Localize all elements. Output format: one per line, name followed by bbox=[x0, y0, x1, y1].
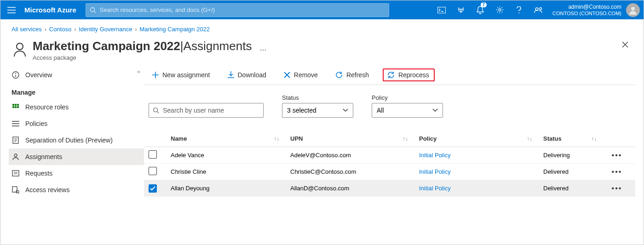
sidebar-access-reviews[interactable]: Access reviews bbox=[9, 182, 144, 198]
page-title: Marketing Campaign 2022 | Assignments bbox=[33, 39, 252, 53]
table-row[interactable]: Adele Vance AdeleV@Contoso.com Initial P… bbox=[144, 147, 635, 164]
row-more-icon[interactable]: ••• bbox=[612, 168, 622, 176]
search-icon bbox=[90, 7, 96, 13]
chevron-right-icon: › bbox=[45, 26, 46, 33]
hamburger-menu[interactable] bbox=[0, 0, 23, 19]
brand-label[interactable]: Microsoft Azure bbox=[23, 6, 86, 14]
toolbar: New assignment Download Remove Refresh R… bbox=[144, 65, 635, 85]
breadcrumb-item[interactable]: All services bbox=[12, 26, 42, 33]
sidebar-heading-manage: Manage bbox=[9, 83, 144, 99]
chevron-down-icon bbox=[343, 108, 348, 112]
refresh-icon bbox=[335, 71, 343, 79]
close-icon[interactable] bbox=[620, 39, 631, 50]
status-filter-label: Status bbox=[282, 94, 353, 101]
download-button[interactable]: Download bbox=[224, 68, 270, 81]
svg-rect-13 bbox=[12, 106, 14, 108]
policy-link[interactable]: Initial Policy bbox=[419, 168, 451, 175]
row-more-icon[interactable]: ••• bbox=[612, 184, 622, 192]
settings-icon[interactable] bbox=[490, 0, 509, 19]
svg-point-17 bbox=[14, 154, 17, 157]
policy-filter-label: Policy bbox=[372, 94, 443, 101]
account-email: admin@Contoso.com bbox=[568, 4, 621, 10]
sort-icon: ↑↓ bbox=[591, 136, 597, 142]
svg-point-9 bbox=[15, 73, 16, 74]
sidebar: « Overview Manage Resource roles Policie… bbox=[0, 65, 144, 245]
svg-rect-14 bbox=[15, 106, 17, 108]
svg-point-21 bbox=[154, 108, 158, 112]
notification-badge: 7 bbox=[481, 2, 487, 7]
sidebar-assignments[interactable]: Assignments bbox=[9, 148, 144, 165]
chevron-right-icon: › bbox=[135, 26, 137, 33]
directories-icon[interactable] bbox=[451, 0, 471, 19]
chevron-right-icon: › bbox=[74, 26, 76, 33]
row-checkbox[interactable] bbox=[149, 167, 157, 175]
breadcrumb: All services › Contoso › Identity Govern… bbox=[0, 19, 644, 33]
review-icon bbox=[12, 186, 20, 194]
col-header-status[interactable]: Status↑↓ bbox=[543, 135, 608, 142]
col-header-policy[interactable]: Policy↑↓ bbox=[419, 135, 543, 142]
title-row: Marketing Campaign 2022 | Assignments Ac… bbox=[0, 33, 644, 65]
global-search[interactable]: Search resources, services, and docs (G+… bbox=[86, 3, 389, 17]
sidebar-resource-roles[interactable]: Resource roles bbox=[9, 99, 144, 115]
feedback-icon[interactable] bbox=[529, 0, 548, 19]
collapse-sidebar-icon[interactable]: « bbox=[137, 68, 140, 75]
requests-icon bbox=[12, 169, 20, 177]
svg-point-3 bbox=[518, 12, 519, 13]
breadcrumb-item[interactable]: Identity Governance bbox=[79, 26, 132, 33]
row-checkbox[interactable] bbox=[149, 184, 157, 193]
download-icon bbox=[228, 71, 234, 79]
sidebar-requests[interactable]: Requests bbox=[9, 165, 144, 182]
access-package-icon bbox=[12, 41, 28, 57]
person-icon bbox=[12, 153, 20, 161]
reprocess-icon bbox=[387, 71, 395, 79]
row-more-icon[interactable]: ••• bbox=[612, 151, 622, 159]
top-header: Microsoft Azure Search resources, servic… bbox=[0, 0, 644, 19]
document-icon bbox=[12, 136, 20, 144]
header-icons: 7 admin@Contoso.com CONTOSO (CONTOSO.COM… bbox=[432, 0, 644, 19]
col-header-upn[interactable]: UPN↑↓ bbox=[290, 135, 419, 142]
svg-rect-1 bbox=[438, 7, 446, 13]
status-filter-dropdown[interactable]: 3 selected bbox=[282, 103, 353, 118]
sort-icon: ↑↓ bbox=[527, 136, 532, 142]
svg-rect-15 bbox=[17, 106, 19, 108]
svg-point-6 bbox=[631, 7, 635, 11]
svg-rect-12 bbox=[17, 104, 19, 106]
policy-link[interactable]: Initial Policy bbox=[419, 152, 451, 159]
table-row[interactable]: Christie Cline ChristieC@Contoso.com Ini… bbox=[144, 164, 635, 180]
assignments-table: Name↑↓ UPN↑↓ Policy↑↓ Status↑↓ Adele Van… bbox=[144, 131, 635, 197]
policy-link[interactable]: Initial Policy bbox=[419, 185, 451, 192]
more-actions-icon[interactable]: ⋯ bbox=[260, 46, 266, 54]
reprocess-button[interactable]: Reprocess bbox=[383, 68, 435, 81]
table-row[interactable]: Allan Deyoung AllanD@Contoso.com Initial… bbox=[144, 180, 635, 197]
list-icon bbox=[12, 120, 20, 128]
search-by-name-input[interactable]: Search by user name bbox=[149, 103, 264, 118]
svg-point-0 bbox=[91, 7, 95, 11]
refresh-button[interactable]: Refresh bbox=[332, 68, 373, 81]
avatar[interactable] bbox=[626, 3, 640, 17]
col-header-name[interactable]: Name↑↓ bbox=[171, 135, 290, 142]
sidebar-separation-of-duties[interactable]: Separation of Duties (Preview) bbox=[9, 132, 144, 148]
search-placeholder: Search resources, services, and docs (G+… bbox=[100, 6, 215, 13]
svg-rect-18 bbox=[12, 171, 19, 176]
sidebar-policies[interactable]: Policies bbox=[9, 115, 144, 132]
remove-button[interactable]: Remove bbox=[280, 68, 322, 81]
breadcrumb-item[interactable]: Contoso bbox=[49, 26, 71, 33]
sidebar-overview[interactable]: Overview bbox=[9, 67, 144, 83]
main-content: New assignment Download Remove Refresh R… bbox=[144, 65, 644, 245]
svg-rect-11 bbox=[15, 104, 17, 106]
account-info[interactable]: admin@Contoso.com CONTOSO (CONTOSO.COM) bbox=[548, 4, 624, 17]
table-header: Name↑↓ UPN↑↓ Policy↑↓ Status↑↓ bbox=[144, 131, 635, 147]
filters-row: Search by user name Status 3 selected Po… bbox=[144, 85, 635, 118]
remove-icon bbox=[284, 72, 290, 78]
grid-icon bbox=[12, 103, 20, 111]
policy-filter-dropdown[interactable]: All bbox=[372, 103, 443, 118]
svg-point-5 bbox=[540, 7, 542, 10]
breadcrumb-item[interactable]: Marketing Campaign 2022 bbox=[140, 26, 210, 33]
page-subtitle: Access package bbox=[33, 54, 252, 61]
help-icon[interactable] bbox=[509, 0, 529, 19]
row-checkbox[interactable] bbox=[149, 150, 157, 159]
new-assignment-button[interactable]: New assignment bbox=[149, 68, 214, 81]
notifications-icon[interactable]: 7 bbox=[471, 0, 490, 19]
cloud-shell-icon[interactable] bbox=[432, 0, 451, 19]
info-icon bbox=[12, 71, 20, 79]
